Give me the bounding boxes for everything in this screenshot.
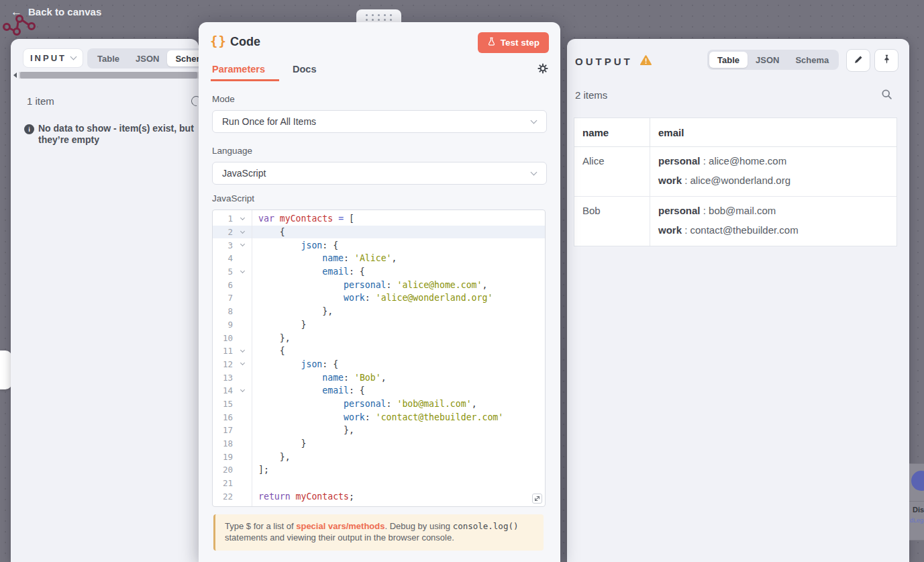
code-line[interactable]: 1var myContacts = [: [213, 212, 545, 226]
input-items-count: 1 item: [27, 95, 54, 107]
app-window: ← Back to canvas INPUT Table JSON Schema: [0, 0, 924, 562]
line-number: 2: [213, 227, 233, 237]
output-table: name email Alicepersonal : alice@home.co…: [574, 118, 897, 246]
chevron-down-icon: [531, 169, 537, 175]
line-number: 1: [213, 214, 233, 224]
pencil-icon: [854, 54, 864, 67]
app-logo-icon: [1, 12, 36, 40]
language-value: JavaScript: [222, 168, 266, 179]
tab-parameters[interactable]: Parameters: [212, 64, 265, 75]
code-line[interactable]: 5 email: {: [213, 265, 545, 279]
fold-chevron-icon[interactable]: [233, 350, 252, 352]
mode-select[interactable]: Run Once for All Items: [212, 110, 547, 133]
code-line[interactable]: 7 work: 'alice@wonderland.org': [213, 291, 545, 305]
table-row[interactable]: Bobpersonal : bob@mail.comwork : contact…: [574, 196, 896, 246]
input-tab-table[interactable]: Table: [89, 50, 127, 66]
line-number: 14: [213, 385, 233, 395]
table-row[interactable]: Alicepersonal : alice@home.comwork : ali…: [574, 147, 896, 196]
editor-resize-handle[interactable]: [532, 494, 542, 504]
key-value-line: work : alice@wonderland.org: [658, 171, 888, 191]
hint-text: statements and viewing their output in t…: [225, 532, 454, 543]
line-number: 19: [213, 452, 233, 462]
code-line[interactable]: 10 },: [213, 331, 545, 344]
code-line[interactable]: 4 name: 'Alice',: [213, 252, 545, 265]
hint-text: . Debug by using: [384, 521, 452, 531]
code-line[interactable]: 14 email: {: [213, 384, 545, 397]
fold-chevron-icon[interactable]: [233, 244, 252, 246]
code-line[interactable]: 19 },: [213, 450, 545, 463]
code-text: },: [252, 306, 333, 316]
line-number: 8: [213, 306, 233, 316]
line-number: 9: [213, 320, 233, 330]
code-text: var myContacts = [: [252, 214, 354, 224]
code-line[interactable]: 2 {: [213, 226, 545, 239]
key-value-line: work : contact@thebuilder.com: [658, 221, 888, 240]
code-line[interactable]: 8 },: [213, 305, 545, 318]
fold-chevron-icon[interactable]: [233, 363, 252, 365]
code-line[interactable]: 16 work: 'contact@thebuilder.com': [213, 410, 545, 424]
code-text: work: 'alice@wonderland.org': [252, 293, 493, 303]
key-value-line: personal : alice@home.com: [658, 152, 888, 171]
input-tab-json[interactable]: JSON: [127, 50, 167, 66]
edit-output-button[interactable]: [846, 49, 870, 72]
code-line[interactable]: 20];: [213, 463, 545, 477]
code-line[interactable]: 18 }: [213, 437, 545, 451]
fold-chevron-icon[interactable]: [233, 232, 252, 233]
code-line[interactable]: 6 personal: 'alice@home.com',: [213, 278, 545, 291]
code-line[interactable]: 15 personal: 'bob@mail.com',: [213, 397, 545, 411]
language-label: Language: [212, 146, 252, 156]
cell-email: personal : bob@mail.comwork : contact@th…: [650, 197, 896, 246]
code-text: {: [252, 227, 285, 237]
fragment-text: Dis: [913, 506, 924, 514]
line-number: 11: [213, 346, 233, 356]
input-tab-schema[interactable]: Schema: [167, 50, 199, 66]
code-line[interactable]: 13 name: 'Bob',: [213, 371, 545, 384]
fold-chevron-icon[interactable]: [233, 390, 252, 391]
input-panel-title: INPUT: [30, 53, 66, 63]
code-line[interactable]: 22return myContacts;: [213, 489, 545, 503]
scrollbar-track[interactable]: [19, 72, 199, 79]
language-select[interactable]: JavaScript: [212, 162, 547, 185]
test-step-label: Test step: [501, 38, 540, 48]
tab-docs[interactable]: Docs: [293, 64, 316, 75]
fold-chevron-icon[interactable]: [233, 218, 252, 220]
code-text: work: 'contact@thebuilder.com': [252, 412, 503, 422]
code-line[interactable]: 21: [213, 477, 545, 490]
code-editor[interactable]: 1var myContacts = [2 {3 json: {4 name: '…: [212, 209, 546, 507]
scrollbar-thumb[interactable]: [20, 72, 197, 79]
line-number: 18: [213, 438, 233, 449]
line-number: 10: [213, 333, 233, 343]
test-step-button[interactable]: Test step: [478, 32, 549, 53]
input-view-tabs: Table JSON Schema: [87, 48, 199, 68]
code-line[interactable]: 3 json: {: [213, 238, 545, 252]
code-node-modal: {} Code Test step Parameters Docs: [199, 22, 560, 562]
input-panel: INPUT Table JSON Schema 1 item i No data…: [11, 39, 199, 562]
input-horizontal-scrollbar[interactable]: [13, 71, 199, 79]
output-tab-json[interactable]: JSON: [748, 52, 787, 68]
scrollbar-left-arrow-icon[interactable]: [13, 73, 17, 78]
code-line[interactable]: 9 }: [213, 318, 545, 332]
flask-icon: [487, 37, 496, 48]
special-vars-link[interactable]: special vars/methods: [296, 521, 384, 531]
code-line[interactable]: 11 {: [213, 344, 545, 358]
code-text: {: [252, 346, 285, 356]
output-tab-table[interactable]: Table: [709, 52, 748, 68]
mode-value: Run Once for All Items: [222, 116, 316, 127]
line-number: 13: [213, 373, 233, 383]
fold-chevron-icon[interactable]: [233, 271, 252, 273]
avatar-fragment: [911, 471, 924, 491]
code-line[interactable]: 12 json: {: [213, 358, 545, 371]
pin-data-button[interactable]: [874, 49, 899, 72]
input-selector-button[interactable]: INPUT: [23, 48, 83, 68]
fragment-link-text: dLega: [910, 517, 924, 524]
refresh-icon[interactable]: [189, 94, 199, 108]
search-icon[interactable]: [881, 89, 892, 103]
gear-icon[interactable]: [537, 63, 548, 77]
output-tab-schema[interactable]: Schema: [787, 52, 837, 68]
output-panel: OUTPUT Table JSON Schema 2 items: [567, 39, 909, 562]
code-text: return myContacts;: [252, 491, 354, 502]
code-line[interactable]: 17 },: [213, 424, 545, 437]
chevron-down-icon: [70, 54, 77, 60]
line-number: 16: [213, 412, 233, 422]
code-text: json: {: [252, 240, 338, 250]
